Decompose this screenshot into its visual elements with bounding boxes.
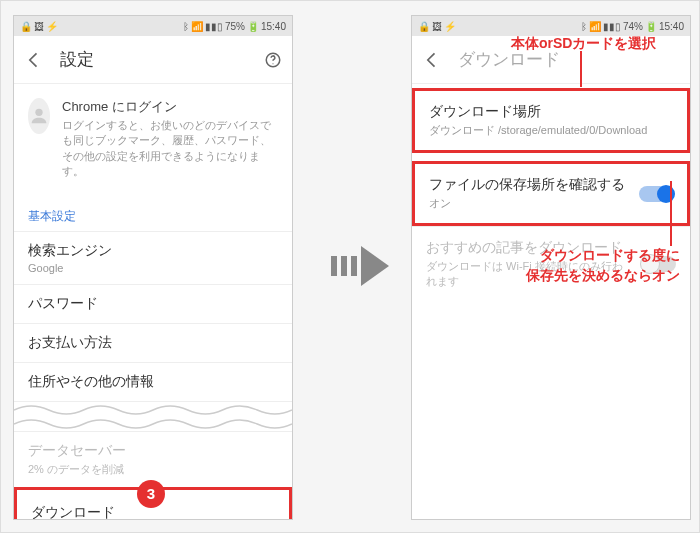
back-arrow-icon[interactable] — [24, 50, 44, 70]
row-address[interactable]: 住所やその他の情報 — [14, 362, 292, 401]
signin-row[interactable]: Chrome にログイン ログインすると、お使いのどのデバイスでも同じブックマー… — [14, 84, 292, 198]
row-label: お支払い方法 — [28, 334, 278, 352]
row-sublabel: ダウンロード /storage/emulated/0/Download — [429, 123, 673, 138]
image-icon: 🖼 — [34, 21, 44, 32]
annotation-line-1 — [571, 51, 591, 91]
row-label: データセーバー — [28, 442, 278, 460]
row-download-location[interactable]: ダウンロード場所 ダウンロード /storage/emulated/0/Down… — [412, 88, 690, 153]
battery-icon: 🔋 — [247, 21, 259, 32]
row-download[interactable]: ダウンロード 3 — [14, 487, 292, 520]
bluetooth-icon: ᛒ — [183, 21, 189, 32]
app-bar: 設定 — [14, 36, 292, 84]
row-sublabel: オン — [429, 196, 625, 211]
phone-left-settings: 🔒 🖼 ⚡ ᛒ 📶 ▮▮▯ 75% 🔋 15:40 設定 Chrome にログイ… — [13, 15, 293, 520]
svg-point-2 — [35, 109, 42, 116]
row-sublabel: Google — [28, 262, 278, 274]
bluetooth-icon: ᛒ — [581, 21, 587, 32]
bolt-icon: ⚡ — [46, 21, 58, 32]
battery-percent: 74% — [623, 21, 643, 32]
annotation-line-2 — [651, 181, 681, 251]
svg-rect-3 — [331, 256, 337, 276]
row-confirm-location[interactable]: ファイルの保存場所を確認する オン — [412, 161, 690, 226]
row-datasaver[interactable]: データセーバー 2% のデータを削減 — [14, 431, 292, 487]
status-bar: 🔒 🖼 ⚡ ᛒ 📶 ▮▮▯ 74% 🔋 15:40 — [412, 16, 690, 36]
step-badge-3: 3 — [137, 480, 165, 508]
svg-point-1 — [272, 63, 273, 64]
flow-arrow-icon — [331, 241, 391, 291]
section-label-basic: 基本設定 — [14, 198, 292, 231]
avatar — [28, 98, 50, 134]
clock: 15:40 — [659, 21, 684, 32]
wifi-icon: 📶 — [191, 21, 203, 32]
status-bar: 🔒 🖼 ⚡ ᛒ 📶 ▮▮▯ 75% 🔋 15:40 — [14, 16, 292, 36]
annotation-toggle-line2: 保存先を決めるならオン — [526, 266, 680, 286]
svg-rect-4 — [341, 256, 347, 276]
row-search-engine[interactable]: 検索エンジン Google — [14, 231, 292, 284]
row-password[interactable]: パスワード — [14, 284, 292, 323]
lock-icon: 🔒 — [20, 21, 32, 32]
wifi-icon: 📶 — [589, 21, 601, 32]
battery-icon: 🔋 — [645, 21, 657, 32]
row-label: 住所やその他の情報 — [28, 373, 278, 391]
signal-icon: ▮▮▯ — [205, 21, 223, 32]
help-icon[interactable] — [264, 51, 282, 69]
clock: 15:40 — [261, 21, 286, 32]
content-gap-wave — [14, 401, 292, 431]
row-sublabel: 2% のデータを削減 — [28, 462, 278, 477]
battery-percent: 75% — [225, 21, 245, 32]
row-label: 検索エンジン — [28, 242, 278, 260]
back-arrow-icon[interactable] — [422, 50, 442, 70]
row-label: ファイルの保存場所を確認する — [429, 176, 625, 194]
page-title: 設定 — [60, 48, 248, 71]
row-label: ダウンロード場所 — [429, 103, 673, 121]
row-label: パスワード — [28, 295, 278, 313]
signin-title: Chrome にログイン — [62, 98, 278, 116]
image-icon: 🖼 — [432, 21, 442, 32]
signin-desc: ログインすると、お使いのどのデバイスでも同じブックマーク、履歴、パスワード、その… — [62, 118, 278, 180]
bolt-icon: ⚡ — [444, 21, 456, 32]
lock-icon: 🔒 — [418, 21, 430, 32]
signal-icon: ▮▮▯ — [603, 21, 621, 32]
row-payment[interactable]: お支払い方法 — [14, 323, 292, 362]
svg-rect-5 — [351, 256, 357, 276]
